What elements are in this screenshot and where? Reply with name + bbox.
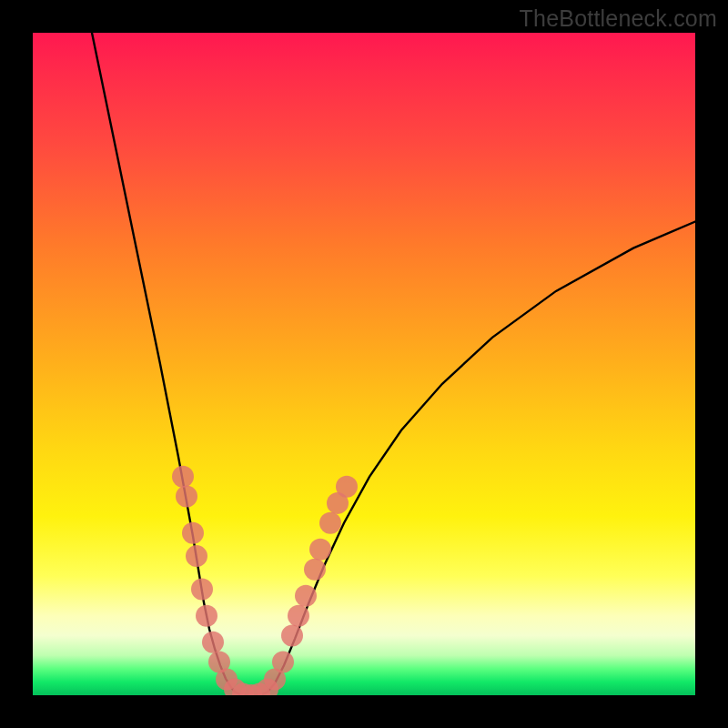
gradient-plot-background (33, 33, 695, 695)
chart-stage: TheBottleneck.com (0, 0, 728, 728)
watermark-text: TheBottleneck.com (520, 5, 717, 32)
